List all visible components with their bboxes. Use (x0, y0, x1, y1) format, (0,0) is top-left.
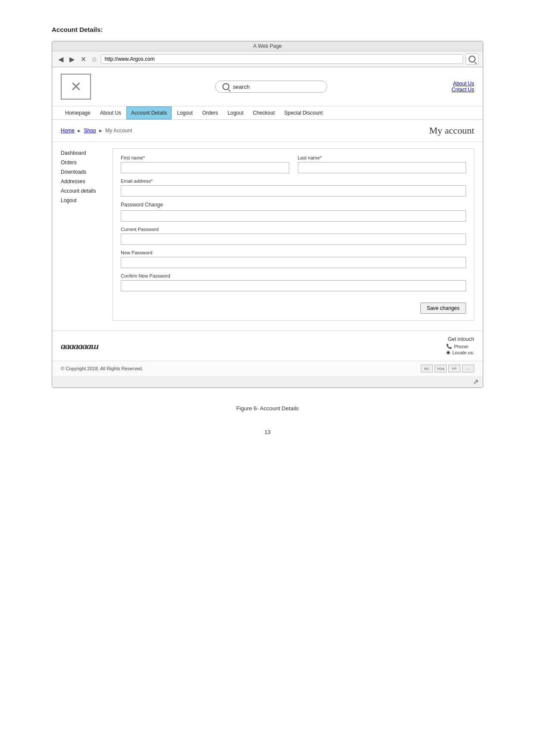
breadcrumb-home[interactable]: Home (61, 128, 75, 134)
first-name-group: First name* (121, 155, 289, 173)
phone-icon: 📞 (446, 344, 452, 349)
nav-orders[interactable]: Orders (198, 107, 222, 119)
locate-row: ◉ Locate us: (446, 350, 474, 355)
confirm-password-row: Confirm New Password (121, 273, 466, 291)
last-name-group: Last name* (298, 155, 466, 173)
website-content: ✕ search About Us Cntact Us Homepage Abo… (52, 67, 483, 387)
first-name-label: First name* (121, 155, 289, 160)
sidebar-item-dashboard[interactable]: Dashboard (61, 148, 113, 158)
sidebar-item-account-details[interactable]: Account details (61, 186, 113, 196)
email-group: Email address* (121, 178, 466, 197)
header-links: About Us Cntact Us (451, 81, 474, 93)
payment-icon-other: --- (462, 365, 474, 372)
search-area: search (215, 81, 327, 93)
locate-icon: ◉ (446, 350, 451, 355)
forward-button[interactable]: ▶ (68, 54, 76, 64)
payment-icon-paypal: PP (448, 365, 460, 372)
scroll-icon: ⇗ (473, 378, 479, 385)
new-password-label: New Password (121, 250, 466, 255)
account-form: First name* Last name* Email address* (113, 148, 474, 321)
new-password-input[interactable] (121, 257, 466, 268)
site-footer: аааааааш Get intouch 📞 Phone: ◉ Locate u… (52, 331, 483, 361)
scroll-indicator: ⇗ (52, 376, 483, 387)
password-change-group (121, 210, 466, 222)
about-us-link[interactable]: About Us (453, 81, 474, 87)
back-button[interactable]: ◀ (56, 54, 65, 64)
save-changes-button[interactable]: Save changes (420, 303, 466, 314)
phone-row: 📞 Phone: (446, 344, 474, 349)
sidebar-item-downloads[interactable]: Downloads (61, 167, 113, 177)
password-change-row (121, 210, 466, 222)
footer-contact: Get intouch 📞 Phone: ◉ Locate us: (446, 336, 474, 356)
page-heading-row: Home ► Shop ► My Account My account (52, 120, 483, 142)
current-password-group: Current Password (121, 227, 466, 245)
browser-titlebar: A Web Page (52, 41, 483, 51)
logo-x-icon: ✕ (70, 78, 82, 95)
nav-special-discount[interactable]: Special Discount (280, 107, 327, 119)
email-label: Email address* (121, 178, 466, 184)
payment-icons: MC VISA PP --- (421, 365, 474, 372)
new-password-group: New Password (121, 250, 466, 268)
get-intouch-text: Get intouch (446, 336, 474, 342)
breadcrumb-current: My Account (105, 128, 132, 134)
payment-icon-visa: VISA (435, 365, 447, 372)
confirm-password-label: Confirm New Password (121, 273, 466, 278)
search-bar[interactable]: search (215, 81, 327, 93)
confirm-password-input[interactable] (121, 280, 466, 291)
figure-caption: Figure 6- Account Details (52, 405, 483, 412)
current-password-row: Current Password (121, 227, 466, 245)
name-row: First name* Last name* (121, 155, 466, 173)
nav-logout-2[interactable]: Logout (223, 107, 248, 119)
last-name-input[interactable] (298, 162, 466, 173)
browser-search-icon (469, 56, 476, 62)
email-row: Email address* (121, 178, 466, 197)
account-sidebar: Dashboard Orders Downloads Addresses Acc… (61, 148, 113, 321)
my-account-title: My account (429, 125, 474, 136)
nav-account-details[interactable]: Account Details (126, 106, 172, 119)
sidebar-item-addresses[interactable]: Addresses (61, 177, 113, 186)
address-input[interactable] (101, 54, 463, 64)
sidebar-item-orders[interactable]: Orders (61, 158, 113, 167)
site-navigation: Homepage About Us Account Details Logout… (52, 106, 483, 120)
breadcrumb: Home ► Shop ► My Account (61, 128, 132, 134)
breadcrumb-separator-2: ► (98, 128, 103, 133)
copyright-text: © Copyright 2018. All Rights Reserved. (61, 366, 143, 371)
password-change-input[interactable] (121, 210, 466, 222)
phone-label: Phone: (454, 344, 469, 349)
sidebar-item-logout[interactable]: Logout (61, 196, 113, 205)
first-name-input[interactable] (121, 162, 289, 173)
breadcrumb-shop[interactable]: Shop (84, 128, 96, 134)
browser-addressbar: ◀ ▶ ✕ ⌂ (52, 51, 483, 67)
search-icon (222, 83, 229, 90)
nav-checkout[interactable]: Checkout (249, 107, 279, 119)
contact-us-link[interactable]: Cntact Us (451, 87, 474, 93)
page-number: 13 (52, 429, 483, 435)
close-button[interactable]: ✕ (79, 54, 88, 64)
current-password-input[interactable] (121, 234, 466, 245)
search-placeholder-text: search (233, 84, 250, 90)
browser-search-button[interactable] (466, 53, 479, 65)
site-header: ✕ search About Us Cntact Us (52, 67, 483, 106)
site-logo: ✕ (61, 74, 91, 100)
browser-mockup: A Web Page ◀ ▶ ✕ ⌂ ✕ search (52, 41, 483, 388)
email-input[interactable] (121, 185, 466, 197)
confirm-password-group: Confirm New Password (121, 273, 466, 291)
nav-homepage[interactable]: Homepage (61, 107, 95, 119)
home-button[interactable]: ⌂ (91, 54, 98, 64)
new-password-row: New Password (121, 250, 466, 268)
password-change-title: Password Change (121, 202, 466, 208)
nav-about-us[interactable]: About Us (96, 107, 125, 119)
footer-logo: аааааааш (61, 341, 98, 352)
nav-logout-1[interactable]: Logout (172, 107, 197, 119)
main-content: Dashboard Orders Downloads Addresses Acc… (52, 142, 483, 327)
breadcrumb-separator-1: ► (77, 128, 81, 133)
page-section-title: Account Details: (52, 26, 483, 33)
current-password-label: Current Password (121, 227, 466, 232)
locate-label: Locate us: (452, 350, 474, 355)
footer-bottom: © Copyright 2018. All Rights Reserved. M… (52, 361, 483, 376)
payment-icon-mc: MC (421, 365, 433, 372)
last-name-label: Last name* (298, 155, 466, 160)
